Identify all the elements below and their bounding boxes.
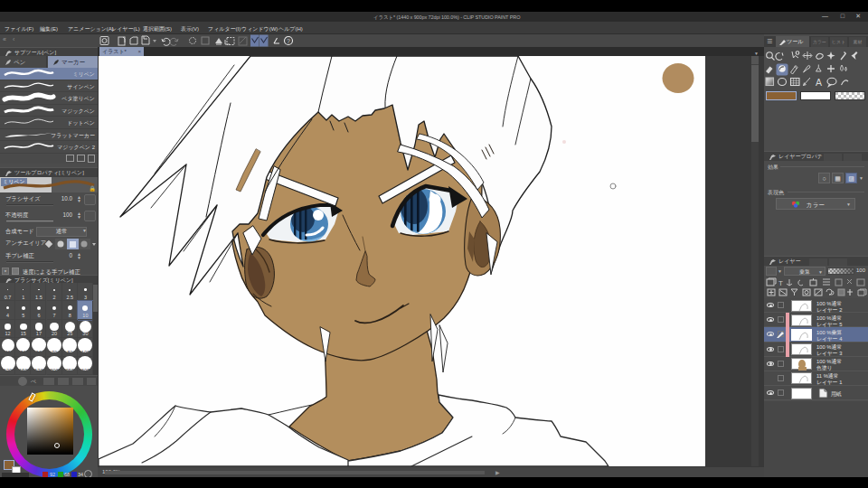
svg-text:A: A [816, 77, 822, 88]
svg-text:?: ? [287, 38, 290, 44]
svg-text:T: T [778, 279, 783, 287]
